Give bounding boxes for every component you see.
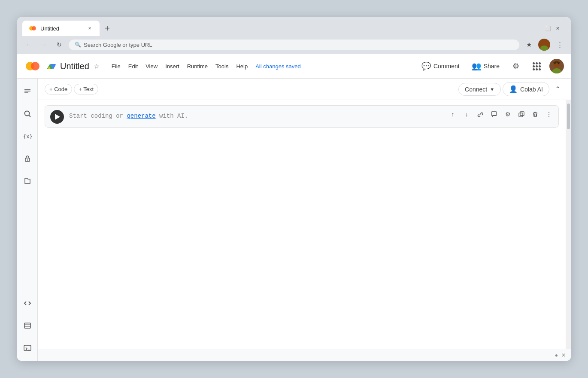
cell-area: ↑ ↓ xyxy=(38,100,566,349)
scratch-button[interactable] xyxy=(20,318,35,333)
delete-icon xyxy=(532,111,538,117)
collapse-sections-button[interactable]: ⌃ xyxy=(551,83,564,96)
toc-icon xyxy=(23,87,32,96)
add-text-button[interactable]: + Text xyxy=(74,84,98,94)
files-button[interactable] xyxy=(20,173,35,189)
more-options-button[interactable]: ⋮ xyxy=(543,108,555,120)
tab-close-button[interactable]: × xyxy=(86,24,94,32)
menu-view[interactable]: View xyxy=(142,62,161,70)
move-down-button[interactable]: ↓ xyxy=(461,108,473,120)
share-icon: 👥 xyxy=(472,61,481,71)
code-snippets-button[interactable] xyxy=(20,296,35,311)
address-bar[interactable]: 🔍 Search Google or type URL xyxy=(69,40,519,50)
browser-window: Untitled × + — ⬜ ✕ xyxy=(17,17,571,361)
files-icon xyxy=(23,177,32,185)
menu-help[interactable]: Help xyxy=(233,62,251,70)
colab-tab-icon xyxy=(28,24,37,33)
secrets-icon xyxy=(23,154,32,163)
refresh-button[interactable]: ↻ xyxy=(53,39,65,51)
address-bar-text: Search Google or type URL xyxy=(84,42,513,48)
svg-point-2 xyxy=(542,41,546,45)
search-icon xyxy=(23,110,32,118)
code-cell[interactable]: ↑ ↓ xyxy=(45,105,559,128)
svg-point-17 xyxy=(552,68,562,73)
menu-edit[interactable]: Edit xyxy=(125,62,141,70)
notebook-area: {x} xyxy=(17,79,571,361)
svg-rect-34 xyxy=(491,112,497,116)
tab-favicon xyxy=(28,24,37,33)
left-sidebar: {x} xyxy=(17,79,38,361)
code-snippets-icon xyxy=(23,299,32,308)
browser-tabs-bar: Untitled × + — ⬜ ✕ xyxy=(17,17,571,36)
menu-file[interactable]: File xyxy=(108,62,124,70)
cell-placeholder-suffix: with AI. xyxy=(156,113,188,119)
doc-title[interactable]: Untitled xyxy=(60,61,89,71)
minimize-button[interactable]: — xyxy=(536,25,542,31)
back-button[interactable]: ← xyxy=(22,39,34,51)
user-avatar[interactable] xyxy=(549,59,564,73)
run-button[interactable] xyxy=(50,110,64,124)
apps-grid-button[interactable] xyxy=(529,58,544,74)
secrets-button[interactable] xyxy=(20,151,35,166)
menu-button[interactable]: ⋮ xyxy=(554,39,566,51)
cell-settings-button[interactable]: ⚙ xyxy=(502,108,514,120)
comment-cell-icon xyxy=(491,111,497,117)
user-avatar-icon xyxy=(549,59,564,73)
generate-link[interactable]: generate xyxy=(127,113,155,119)
svg-rect-36 xyxy=(519,113,523,117)
browser-toolbar: ← → ↻ 🔍 Search Google or type URL ★ ⋮ xyxy=(17,36,571,54)
header-right: 💬 Comment 👥 Share ⚙ xyxy=(418,58,564,74)
browser-chrome: Untitled × + — ⬜ ✕ xyxy=(17,17,571,54)
svg-point-5 xyxy=(31,62,39,70)
save-status[interactable]: All changes saved xyxy=(255,63,301,70)
menu-runtime[interactable]: Runtime xyxy=(184,62,211,70)
colab-ai-button[interactable]: 👤 Colab AI xyxy=(503,82,549,96)
gear-icon: ⚙ xyxy=(512,61,519,71)
menu-tools[interactable]: Tools xyxy=(212,62,232,70)
toc-button[interactable] xyxy=(20,84,35,99)
close-button[interactable]: ✕ xyxy=(555,25,561,31)
variables-icon: {x} xyxy=(23,132,32,140)
search-icon: 🔍 xyxy=(75,42,81,48)
bookmark-button[interactable]: ★ xyxy=(523,39,535,51)
link-icon xyxy=(477,111,483,117)
search-button[interactable] xyxy=(20,106,35,122)
move-up-button[interactable]: ↑ xyxy=(447,108,459,120)
variables-button[interactable]: {x} xyxy=(20,128,35,144)
new-tab-button[interactable]: + xyxy=(101,22,113,34)
apps-grid-icon xyxy=(533,62,541,70)
comment-cell-button[interactable] xyxy=(488,108,500,120)
colab-ai-icon: 👤 xyxy=(509,85,518,93)
star-button[interactable]: ☆ xyxy=(94,62,100,70)
share-button[interactable]: 👥 Share xyxy=(468,60,503,73)
add-code-button[interactable]: + Code xyxy=(45,84,72,94)
app-menu-bar: File Edit View Insert Runtime Tools Help… xyxy=(108,62,301,70)
delete-cell-button[interactable] xyxy=(529,108,541,120)
window-controls: — ⬜ ✕ xyxy=(536,25,566,31)
svg-text:{x}: {x} xyxy=(23,134,32,140)
profile-button[interactable] xyxy=(538,39,550,51)
menu-insert[interactable]: Insert xyxy=(162,62,183,70)
copy-cell-button[interactable] xyxy=(515,108,527,120)
browser-tab[interactable]: Untitled × xyxy=(22,21,100,36)
colab-ai-label: Colab AI xyxy=(520,86,543,93)
link-button[interactable] xyxy=(474,108,486,120)
comment-button[interactable]: 💬 Comment xyxy=(418,60,463,73)
connect-button[interactable]: Connect ▼ xyxy=(458,83,501,96)
svg-point-3 xyxy=(540,46,548,51)
right-scrollbar[interactable] xyxy=(566,100,571,349)
scrollbar-thumb[interactable] xyxy=(567,104,570,129)
terminal-button[interactable] xyxy=(20,340,35,356)
main-content-area: + Code + Text Connect ▼ 👤 Colab AI ⌃ xyxy=(38,79,571,361)
forward-button[interactable]: → xyxy=(38,39,50,51)
cell-area-wrapper: ↑ ↓ xyxy=(38,100,571,349)
settings-button[interactable]: ⚙ xyxy=(508,58,524,74)
svg-point-24 xyxy=(24,111,29,116)
bottom-close-icon[interactable]: ✕ xyxy=(561,352,566,358)
restore-button[interactable]: ⬜ xyxy=(545,25,551,31)
svg-point-28 xyxy=(27,159,27,160)
google-drive-icon xyxy=(46,61,57,71)
cell-placeholder-text: Start coding or xyxy=(69,113,127,119)
notebook-toolbar: + Code + Text Connect ▼ 👤 Colab AI ⌃ xyxy=(38,79,571,100)
terminal-icon xyxy=(23,344,32,352)
